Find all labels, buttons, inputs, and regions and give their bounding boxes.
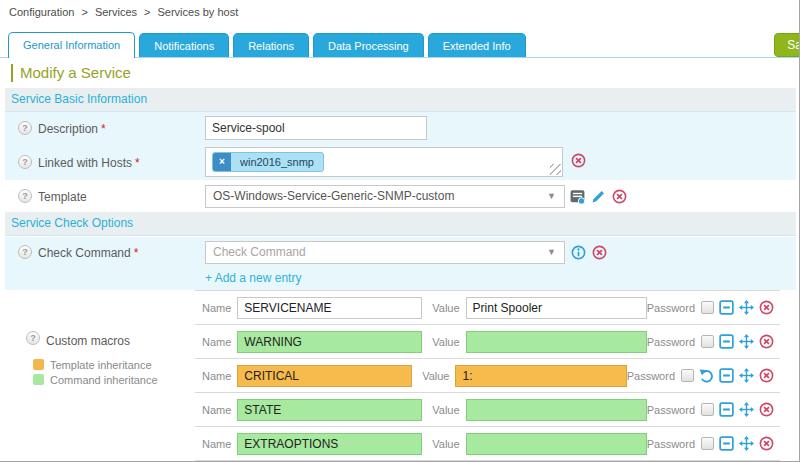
macro-name-label: Name bbox=[202, 438, 231, 450]
macro-name-input[interactable] bbox=[237, 399, 422, 421]
tab-bar: General InformationNotificationsRelation… bbox=[8, 32, 799, 58]
macro-value-input[interactable] bbox=[466, 433, 647, 455]
macro-name-input[interactable] bbox=[237, 433, 422, 455]
macro-name-input[interactable] bbox=[237, 331, 422, 353]
macro-field-icon[interactable] bbox=[719, 334, 734, 349]
template-select[interactable]: OS-Windows-Service-Generic-SNMP-custom ▼ bbox=[205, 185, 565, 208]
section-header-basic-information: Service Basic Information bbox=[5, 88, 796, 112]
command-inheritance-swatch bbox=[33, 374, 44, 385]
macro-field-icon[interactable] bbox=[719, 368, 734, 383]
delete-icon[interactable] bbox=[759, 436, 774, 451]
delete-icon[interactable] bbox=[759, 402, 774, 417]
chip-remove-icon[interactable]: × bbox=[213, 152, 231, 172]
macro-value-label: Value bbox=[422, 370, 449, 382]
macro-value-input[interactable] bbox=[466, 399, 647, 421]
form-row-linked-hosts: ? Linked with Hosts* × win2016_snmp bbox=[5, 144, 796, 180]
move-icon[interactable] bbox=[739, 334, 754, 349]
check-command-label: Check Command* bbox=[38, 246, 138, 260]
help-icon[interactable]: ? bbox=[18, 245, 32, 259]
linked-hosts-field[interactable]: × win2016_snmp bbox=[205, 147, 563, 177]
host-chip: × win2016_snmp bbox=[212, 152, 324, 172]
macro-row: Name Value Password bbox=[195, 291, 780, 325]
help-icon[interactable]: ? bbox=[18, 121, 32, 135]
macro-value-label: Value bbox=[432, 336, 459, 348]
help-icon[interactable]: ? bbox=[18, 155, 32, 169]
template-label: Template bbox=[38, 190, 87, 204]
macro-name-label: Name bbox=[202, 336, 231, 348]
password-checkbox[interactable] bbox=[701, 335, 714, 348]
check-command-select[interactable]: Check Command ▼ bbox=[205, 241, 565, 264]
macro-value-label: Value bbox=[432, 404, 459, 416]
form-row-template: ? Template OS-Windows-Service-Generic-SN… bbox=[5, 180, 796, 212]
chevron-down-icon: ▼ bbox=[547, 242, 556, 263]
tab-data-processing[interactable]: Data Processing bbox=[313, 33, 424, 58]
macro-value-input[interactable] bbox=[466, 297, 647, 319]
custom-macros-label-block: ? Custom macros bbox=[13, 331, 193, 349]
form-row-add-entry: + Add a new entry bbox=[5, 267, 796, 290]
macro-table: Name Value Password Name Value bbox=[195, 290, 780, 461]
help-icon[interactable]: ? bbox=[18, 189, 32, 203]
required-marker: * bbox=[101, 122, 106, 136]
legend-item-command-inheritance: Command inheritance bbox=[33, 372, 158, 387]
tab-relations[interactable]: Relations bbox=[233, 33, 309, 58]
form-row-description: ? Description* bbox=[5, 112, 796, 144]
macro-password-label: Password bbox=[627, 370, 675, 382]
move-icon[interactable] bbox=[739, 368, 754, 383]
breadcrumb-item[interactable]: Configuration bbox=[9, 6, 74, 18]
resize-handle[interactable] bbox=[550, 164, 561, 175]
add-new-entry-link[interactable]: + Add a new entry bbox=[205, 271, 301, 285]
macro-value-input[interactable] bbox=[455, 365, 626, 387]
macro-field-icon[interactable] bbox=[719, 402, 734, 417]
delete-icon[interactable] bbox=[759, 334, 774, 349]
delete-icon[interactable] bbox=[571, 153, 586, 168]
tab-notifications[interactable]: Notifications bbox=[139, 33, 229, 58]
delete-icon[interactable] bbox=[612, 189, 627, 204]
password-checkbox[interactable] bbox=[701, 403, 714, 416]
tab-extended-info[interactable]: Extended Info bbox=[428, 33, 526, 58]
description-input[interactable] bbox=[205, 116, 427, 140]
inheritance-legend: Template inheritance Command inheritance bbox=[33, 357, 158, 387]
page-title: Modify a Service bbox=[11, 64, 131, 82]
linked-hosts-label: Linked with Hosts* bbox=[38, 156, 140, 170]
macro-name-input[interactable] bbox=[237, 365, 412, 387]
macro-name-input[interactable] bbox=[237, 297, 422, 319]
macro-field-icon[interactable] bbox=[719, 436, 734, 451]
delete-icon[interactable] bbox=[759, 300, 774, 315]
move-icon[interactable] bbox=[739, 436, 754, 451]
delete-icon[interactable] bbox=[592, 245, 607, 260]
breadcrumb-separator: > bbox=[81, 6, 87, 18]
move-icon[interactable] bbox=[739, 300, 754, 315]
undo-icon[interactable] bbox=[699, 368, 714, 383]
breadcrumb-item[interactable]: Services by host bbox=[158, 6, 239, 18]
chevron-down-icon: ▼ bbox=[547, 186, 556, 207]
macro-password-label: Password bbox=[647, 336, 695, 348]
password-checkbox[interactable] bbox=[701, 437, 714, 450]
macro-row: Name Value Password bbox=[195, 325, 780, 359]
macro-value-input[interactable] bbox=[466, 331, 647, 353]
help-icon[interactable]: ? bbox=[26, 331, 40, 345]
macro-row: Name Value Password bbox=[195, 359, 780, 393]
info-icon[interactable] bbox=[571, 245, 586, 260]
save-button[interactable]: Save bbox=[774, 33, 800, 57]
breadcrumb-item[interactable]: Services bbox=[95, 6, 137, 18]
tab-general-information[interactable]: General Information bbox=[8, 32, 135, 58]
service-configuration-page: Configuration>Services>Services by host … bbox=[0, 0, 800, 462]
password-checkbox[interactable] bbox=[681, 369, 694, 382]
required-marker: * bbox=[135, 156, 140, 170]
edit-icon[interactable] bbox=[591, 189, 606, 204]
host-chip-label: win2016_snmp bbox=[231, 156, 323, 168]
form-row-check-command: ? Check Command* Check Command ▼ bbox=[5, 237, 796, 267]
macro-name-label: Name bbox=[202, 370, 231, 382]
macro-name-label: Name bbox=[202, 404, 231, 416]
macro-password-label: Password bbox=[647, 438, 695, 450]
move-icon[interactable] bbox=[739, 402, 754, 417]
macro-password-label: Password bbox=[647, 404, 695, 416]
password-checkbox[interactable] bbox=[701, 301, 714, 314]
macro-value-label: Value bbox=[432, 302, 459, 314]
macro-password-label: Password bbox=[647, 302, 695, 314]
delete-icon[interactable] bbox=[759, 368, 774, 383]
macro-field-icon[interactable] bbox=[719, 300, 734, 315]
view-template-icon[interactable] bbox=[570, 189, 585, 204]
template-inheritance-swatch bbox=[33, 359, 44, 370]
breadcrumb: Configuration>Services>Services by host bbox=[9, 6, 238, 18]
